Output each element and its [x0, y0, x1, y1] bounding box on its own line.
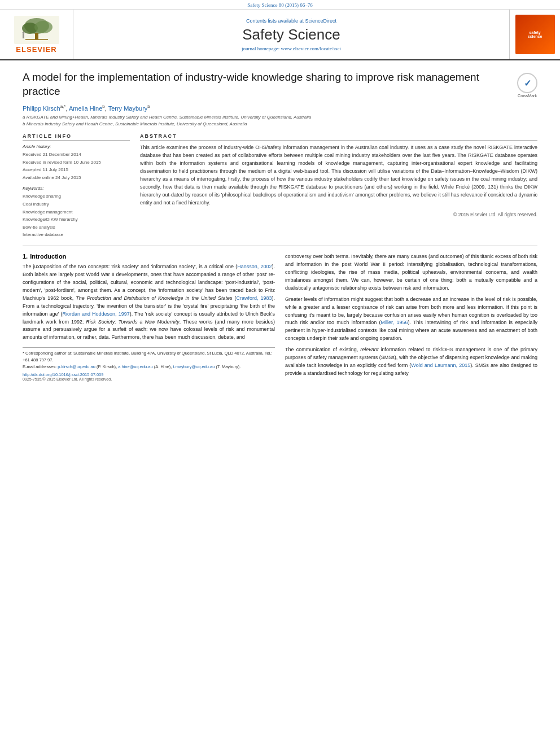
- svg-rect-4: [35, 33, 38, 40]
- footnote-area: * Corresponding author at: Sustainable M…: [23, 347, 275, 381]
- keyword-3: Knowledge management: [23, 208, 130, 216]
- keyword-5: Bow-tie analysis: [23, 224, 130, 231]
- body-paragraph-2: controversy over both terms. Inevitably,…: [285, 253, 537, 292]
- body-paragraph-1: The juxtaposition of the two concepts: '…: [23, 263, 275, 342]
- issn-notice: 0925-7535/© 2015 Elsevier Ltd. All right…: [23, 377, 275, 381]
- section-1-number: 1.: [23, 253, 28, 260]
- journal-citation: Safety Science 80 (2015) 66–76: [247, 2, 312, 8]
- keywords-label: Keywords:: [23, 186, 130, 191]
- keywords-list: Knowledge sharing Coal industry Knowledg…: [23, 193, 130, 239]
- journal-citation-bar: Safety Science 80 (2015) 66–76: [0, 0, 560, 10]
- safety-science-icon: safetyscience: [515, 15, 555, 54]
- svg-rect-6: [23, 34, 24, 38]
- homepage-label: journal homepage:: [242, 46, 281, 51]
- info-abstract-row: ARTICLE INFO Article history: Received 2…: [23, 133, 537, 239]
- keyword-2: Coal industry: [23, 200, 130, 208]
- article-info-panel: ARTICLE INFO Article history: Received 2…: [23, 133, 130, 239]
- affiliation-b: b Minerals Industry Safety and Health Ce…: [23, 121, 537, 128]
- section-divider: [23, 246, 537, 246]
- received-date: Received 21 December 2014: [23, 151, 130, 159]
- keyword-1: Knowledge sharing: [23, 193, 130, 200]
- crossmark-icon[interactable]: ✓: [517, 73, 537, 93]
- body-paragraph-3: Greater levels of information might sugg…: [285, 296, 537, 343]
- available-date: Available online 24 July 2015: [23, 174, 130, 182]
- body-col-right: controversy over both terms. Inevitably,…: [285, 253, 537, 381]
- publisher-logo-area: ELSEVIER: [0, 10, 73, 59]
- article-dates: Received 21 December 2014 Received in re…: [23, 151, 130, 181]
- sciencedirect-link[interactable]: Contents lists available at ScienceDirec…: [246, 18, 336, 24]
- abstract-heading: ABSTRACT: [140, 133, 537, 141]
- author-3: Terry Mayburyb: [108, 105, 150, 112]
- received-revised-date: Received in revised form 10 June 2015: [23, 159, 130, 167]
- email-note: E-mail addresses: p.kirsch@uq.edu.au (P.…: [23, 364, 275, 370]
- body-content: 1.Introduction The juxtaposition of the …: [23, 253, 537, 381]
- email-label: E-mail addresses:: [23, 364, 56, 369]
- article-history-label: Article history:: [23, 144, 130, 149]
- author-2: Amelia Hineb,: [69, 105, 108, 112]
- svg-point-3: [34, 21, 53, 33]
- affiliations: a RISKGATE and Mining+Health, Minerals I…: [23, 114, 537, 128]
- section-1-name: Introduction: [30, 253, 66, 260]
- body-paragraph-4: The communication of existing, relevant …: [285, 346, 537, 378]
- journal-badge-area: safetyscience: [509, 10, 560, 59]
- article-info-heading: ARTICLE INFO: [23, 133, 130, 141]
- keyword-4: Knowledge/DIKW hierarchy: [23, 216, 130, 224]
- article-title-row: A model for the implementation of indust…: [23, 71, 537, 98]
- journal-header: ELSEVIER Contents lists available at Sci…: [0, 10, 560, 60]
- article-title: A model for the implementation of indust…: [23, 71, 509, 98]
- keyword-6: Interactive database: [23, 231, 130, 239]
- corresponding-author-note: * Corresponding author at: Sustainable M…: [23, 350, 275, 364]
- copyright-notice: © 2015 Elsevier Ltd. All rights reserved…: [140, 212, 537, 217]
- journal-homepage: journal homepage: www.elsevier.com/locat…: [242, 46, 341, 51]
- accepted-date: Accepted 11 July 2015: [23, 166, 130, 174]
- body-col-left: 1.Introduction The juxtaposition of the …: [23, 253, 275, 381]
- elsevier-logo: ELSEVIER: [14, 16, 59, 54]
- svg-point-7: [22, 32, 24, 34]
- affiliation-a: a RISKGATE and Mining+Health, Minerals I…: [23, 114, 537, 121]
- journal-title-area: Contents lists available at ScienceDirec…: [73, 10, 509, 59]
- journal-name: Safety Science: [242, 26, 340, 43]
- section-1-title: 1.Introduction: [23, 253, 275, 260]
- author-1: Philipp Kirscha,*,: [23, 105, 69, 112]
- homepage-url[interactable]: www.elsevier.com/locate/ssci: [281, 46, 341, 51]
- contents-label: Contents lists available at: [246, 18, 305, 24]
- crossmark-badge-area[interactable]: ✓ CrossMark: [517, 73, 537, 98]
- elsevier-tree-icon: [14, 16, 59, 44]
- authors-line: Philipp Kirscha,*, Amelia Hineb, Terry M…: [23, 104, 537, 112]
- crossmark-label: CrossMark: [518, 94, 537, 98]
- doi-link[interactable]: http://dx.doi.org/10.1016/j.ssci.2015.07…: [23, 372, 275, 377]
- abstract-panel: ABSTRACT This article examines the proce…: [140, 133, 537, 239]
- sciencedirect-name[interactable]: ScienceDirect: [305, 18, 337, 24]
- abstract-text: This article examines the process of ind…: [140, 144, 537, 207]
- elsevier-brand-name: ELSEVIER: [16, 45, 56, 54]
- main-content: A model for the implementation of indust…: [0, 60, 560, 388]
